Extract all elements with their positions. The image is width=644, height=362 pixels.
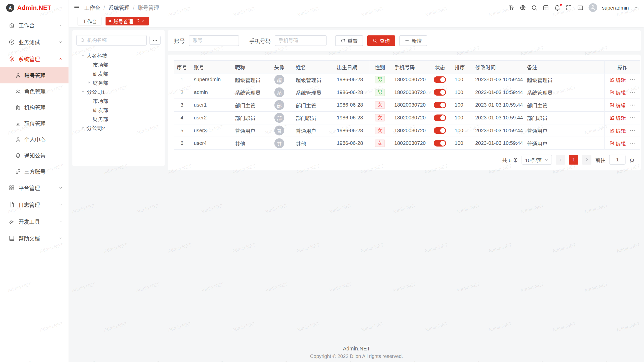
notification-bell-icon[interactable] bbox=[554, 4, 560, 11]
column-header-avatar: 头像 bbox=[267, 61, 292, 73]
cell-gender: 女 bbox=[370, 111, 390, 124]
font-size-icon[interactable] bbox=[508, 4, 514, 11]
cell-actions: 编辑 bbox=[604, 124, 640, 137]
caret-down-icon[interactable] bbox=[80, 53, 87, 58]
tab-workbench[interactable]: 工作台 bbox=[78, 17, 102, 25]
row-more-button[interactable] bbox=[629, 89, 635, 95]
sidebar-subitem-notice[interactable]: 通知公告 bbox=[0, 147, 69, 163]
sidebar-item-platform-manage[interactable]: 平台管理 bbox=[0, 179, 69, 196]
status-toggle[interactable] bbox=[434, 102, 446, 108]
cell-name: 超级管理员 bbox=[292, 73, 333, 86]
org-search-input[interactable] bbox=[87, 37, 143, 43]
phone-filter-input[interactable] bbox=[278, 38, 323, 43]
gear-icon bbox=[9, 56, 15, 62]
row-more-button[interactable] bbox=[629, 102, 635, 108]
edit-button[interactable]: 编辑 bbox=[609, 139, 626, 147]
sidebar-item-workbench[interactable]: 工作台 bbox=[0, 17, 69, 34]
row-more-button[interactable] bbox=[629, 77, 635, 82]
sidebar-item-business-test[interactable]: 业务测试 bbox=[0, 34, 69, 51]
sidebar-subitem-position-manage[interactable]: 职位管理 bbox=[0, 115, 69, 131]
tree-node-rd-2[interactable]: 研发部 bbox=[76, 105, 161, 114]
tree-node-branch-1[interactable]: 分公司1 bbox=[76, 87, 161, 96]
cell-nickname: 系统管理员 bbox=[231, 86, 267, 99]
edit-button[interactable]: 编辑 bbox=[609, 114, 626, 122]
caret-right-icon[interactable] bbox=[87, 80, 93, 85]
cell-status bbox=[429, 111, 451, 124]
tree-node-daming-tech[interactable]: 大名科技 bbox=[76, 51, 161, 60]
sidebar-item-system-manage[interactable]: 系统管理 bbox=[0, 51, 69, 67]
theme-icon[interactable] bbox=[542, 4, 549, 11]
logo[interactable]: A Admin.NET bbox=[0, 0, 69, 15]
user-avatar[interactable] bbox=[588, 3, 597, 12]
next-page-button[interactable] bbox=[582, 155, 592, 164]
edit-button[interactable]: 编辑 bbox=[609, 76, 626, 83]
user-chevron-down-icon[interactable] bbox=[634, 5, 638, 10]
tree-node-finance-2[interactable]: 财务部 bbox=[76, 114, 161, 123]
tab-close-icon[interactable] bbox=[141, 19, 145, 23]
sidebar-subitem-account-manage[interactable]: 账号管理 bbox=[0, 67, 69, 83]
tool-icon bbox=[9, 218, 15, 224]
cell-remark: 超级管理员 bbox=[523, 73, 604, 86]
account-filter-input[interactable] bbox=[193, 38, 235, 43]
prev-page-button[interactable] bbox=[556, 155, 566, 164]
sidebar-subitem-label: 通知公告 bbox=[24, 151, 46, 159]
status-toggle[interactable] bbox=[434, 140, 446, 147]
breadcrumb-item[interactable]: 账号管理 bbox=[138, 4, 159, 12]
row-more-button[interactable] bbox=[629, 140, 635, 146]
tab-active-dot bbox=[109, 20, 111, 22]
reset-button[interactable]: 重置 bbox=[335, 35, 363, 46]
edit-button[interactable]: 编辑 bbox=[609, 88, 626, 96]
breadcrumb-item[interactable]: 系统管理 bbox=[108, 4, 130, 12]
status-toggle[interactable] bbox=[434, 127, 446, 134]
goto-page-input[interactable] bbox=[609, 155, 626, 165]
cell-modified: 2023-01-03 10:59:44 bbox=[471, 124, 523, 137]
sidebar-subitem-personal-center[interactable]: 个人中心 bbox=[0, 131, 69, 147]
chevron-down-icon bbox=[58, 40, 63, 44]
cell-remark: 部门职员 bbox=[523, 111, 604, 124]
page-size-select[interactable]: 10条/页 bbox=[522, 155, 552, 165]
tab-refresh-icon[interactable] bbox=[135, 19, 139, 23]
status-toggle[interactable] bbox=[434, 115, 446, 121]
tree-node-branch-2[interactable]: 分公司2 bbox=[76, 123, 161, 132]
tree-node-market-1[interactable]: 市场部 bbox=[76, 60, 161, 69]
sidebar-item-label: 业务测试 bbox=[18, 38, 40, 46]
username[interactable]: superadmin bbox=[602, 5, 629, 11]
hamburger-menu-icon[interactable] bbox=[73, 5, 79, 11]
sidebar-item-help-docs[interactable]: 帮助文档 bbox=[0, 230, 69, 247]
cell-account: admin bbox=[190, 86, 231, 99]
edit-button[interactable]: 编辑 bbox=[609, 127, 626, 134]
profile-icon[interactable] bbox=[577, 4, 583, 11]
fullscreen-icon[interactable] bbox=[566, 4, 572, 11]
caret-right-icon[interactable] bbox=[80, 125, 87, 130]
phone-filter-box bbox=[275, 35, 327, 46]
page-number-button[interactable]: 1 bbox=[569, 155, 579, 164]
status-toggle[interactable] bbox=[434, 89, 446, 96]
tree-node-market-2[interactable]: 市场部 bbox=[76, 96, 161, 105]
sidebar-subitem-role-manage[interactable]: 角色管理 bbox=[0, 83, 69, 99]
search-icon[interactable] bbox=[531, 4, 537, 11]
tree-node-finance-1[interactable]: 财务部 bbox=[76, 78, 161, 87]
edit-button[interactable]: 编辑 bbox=[609, 101, 626, 109]
cell-birth: 1986-06-28 bbox=[333, 111, 370, 124]
sidebar-item-label: 开发工具 bbox=[18, 217, 40, 225]
sidebar-item-log-manage[interactable]: 日志管理 bbox=[0, 196, 69, 213]
caret-down-icon[interactable] bbox=[80, 89, 87, 94]
status-toggle[interactable] bbox=[434, 76, 446, 83]
building-icon bbox=[15, 105, 21, 110]
cell-account: user2 bbox=[190, 111, 231, 124]
tab-account-manage[interactable]: 账号管理 bbox=[106, 17, 149, 25]
sidebar-subitem-third-account[interactable]: 三方账号 bbox=[0, 163, 69, 179]
cell-actions: 编辑 bbox=[604, 137, 640, 150]
row-more-button[interactable] bbox=[629, 128, 635, 133]
query-button[interactable]: 查询 bbox=[367, 35, 395, 46]
tree-node-rd-1[interactable]: 研发部 bbox=[76, 69, 161, 78]
sidebar-item-dev-tools[interactable]: 开发工具 bbox=[0, 213, 69, 230]
breadcrumb-item[interactable]: 工作台 bbox=[84, 4, 100, 12]
row-more-button[interactable] bbox=[629, 115, 635, 121]
add-button[interactable]: 新增 bbox=[399, 35, 427, 46]
org-more-button[interactable] bbox=[149, 36, 160, 45]
language-icon[interactable] bbox=[519, 4, 526, 11]
tree-node-label: 研发部 bbox=[93, 70, 108, 77]
cell-name: 部门职员 bbox=[292, 111, 333, 124]
sidebar-subitem-org-manage[interactable]: 机构管理 bbox=[0, 99, 69, 115]
